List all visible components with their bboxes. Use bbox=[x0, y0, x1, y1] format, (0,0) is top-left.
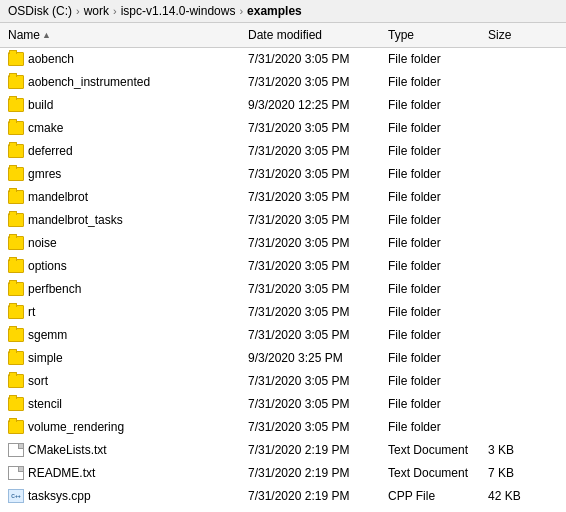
table-row[interactable]: simple 9/3/2020 3:25 PM File folder bbox=[0, 347, 566, 370]
file-type: File folder bbox=[380, 371, 480, 391]
folder-icon bbox=[8, 351, 24, 365]
folder-icon bbox=[8, 213, 24, 227]
file-date: 7/31/2020 3:05 PM bbox=[240, 164, 380, 184]
file-size bbox=[480, 72, 540, 92]
file-date: 7/31/2020 3:05 PM bbox=[240, 72, 380, 92]
folder-icon bbox=[8, 98, 24, 112]
folder-icon bbox=[8, 121, 24, 135]
file-date: 7/31/2020 3:05 PM bbox=[240, 256, 380, 276]
file-type: File folder bbox=[380, 417, 480, 437]
file-type: CPP File bbox=[380, 486, 480, 504]
file-date: 7/31/2020 3:05 PM bbox=[240, 371, 380, 391]
file-name: stencil bbox=[28, 397, 62, 411]
file-type: File folder bbox=[380, 394, 480, 414]
file-type: File folder bbox=[380, 348, 480, 368]
file-size: 3 KB bbox=[480, 440, 540, 460]
file-type: File folder bbox=[380, 49, 480, 69]
file-name: mandelbrot bbox=[28, 190, 88, 204]
file-type: File folder bbox=[380, 164, 480, 184]
file-name: aobench bbox=[28, 52, 74, 66]
col-header-date[interactable]: Date modified bbox=[240, 26, 380, 44]
txt-icon bbox=[8, 466, 24, 480]
table-row[interactable]: gmres 7/31/2020 3:05 PM File folder bbox=[0, 163, 566, 186]
file-date: 7/31/2020 3:05 PM bbox=[240, 141, 380, 161]
file-type: File folder bbox=[380, 187, 480, 207]
file-date: 7/31/2020 3:05 PM bbox=[240, 187, 380, 207]
file-size bbox=[480, 118, 540, 138]
file-size bbox=[480, 233, 540, 253]
file-name: sort bbox=[28, 374, 48, 388]
folder-icon bbox=[8, 397, 24, 411]
file-type: File folder bbox=[380, 72, 480, 92]
file-type: File folder bbox=[380, 256, 480, 276]
table-row[interactable]: sgemm 7/31/2020 3:05 PM File folder bbox=[0, 324, 566, 347]
file-size bbox=[480, 394, 540, 414]
file-name: rt bbox=[28, 305, 35, 319]
table-row[interactable]: sort 7/31/2020 3:05 PM File folder bbox=[0, 370, 566, 393]
table-row[interactable]: mandelbrot_tasks 7/31/2020 3:05 PM File … bbox=[0, 209, 566, 232]
table-row[interactable]: perfbench 7/31/2020 3:05 PM File folder bbox=[0, 278, 566, 301]
file-type: File folder bbox=[380, 118, 480, 138]
file-name: deferred bbox=[28, 144, 73, 158]
file-name: tasksys.cpp bbox=[28, 489, 91, 503]
breadcrumb-ispc[interactable]: ispc-v1.14.0-windows bbox=[121, 4, 236, 18]
col-header-type[interactable]: Type bbox=[380, 26, 480, 44]
file-size bbox=[480, 164, 540, 184]
file-name: gmres bbox=[28, 167, 61, 181]
file-type: File folder bbox=[380, 210, 480, 230]
col-header-size[interactable]: Size bbox=[480, 26, 540, 44]
breadcrumb-osdisk[interactable]: OSDisk (C:) bbox=[8, 4, 72, 18]
file-type: File folder bbox=[380, 95, 480, 115]
table-row[interactable]: noise 7/31/2020 3:05 PM File folder bbox=[0, 232, 566, 255]
table-row[interactable]: options 7/31/2020 3:05 PM File folder bbox=[0, 255, 566, 278]
file-size bbox=[480, 256, 540, 276]
file-date: 9/3/2020 12:25 PM bbox=[240, 95, 380, 115]
file-date: 7/31/2020 3:05 PM bbox=[240, 325, 380, 345]
file-name: aobench_instrumented bbox=[28, 75, 150, 89]
folder-icon bbox=[8, 420, 24, 434]
table-row[interactable]: stencil 7/31/2020 3:05 PM File folder bbox=[0, 393, 566, 416]
file-name: simple bbox=[28, 351, 63, 365]
table-row[interactable]: aobench 7/31/2020 3:05 PM File folder bbox=[0, 48, 566, 71]
folder-icon bbox=[8, 75, 24, 89]
file-name: CMakeLists.txt bbox=[28, 443, 107, 457]
txt-icon bbox=[8, 443, 24, 457]
file-date: 7/31/2020 3:05 PM bbox=[240, 49, 380, 69]
file-size bbox=[480, 348, 540, 368]
cpp-icon: C++ bbox=[8, 489, 24, 503]
file-size: 7 KB bbox=[480, 463, 540, 483]
file-date: 7/31/2020 3:05 PM bbox=[240, 417, 380, 437]
table-row[interactable]: aobench_instrumented 7/31/2020 3:05 PM F… bbox=[0, 71, 566, 94]
file-type: File folder bbox=[380, 233, 480, 253]
file-size bbox=[480, 302, 540, 322]
file-size bbox=[480, 325, 540, 345]
file-type: File folder bbox=[380, 302, 480, 322]
table-row[interactable]: mandelbrot 7/31/2020 3:05 PM File folder bbox=[0, 186, 566, 209]
file-name: sgemm bbox=[28, 328, 67, 342]
folder-icon bbox=[8, 144, 24, 158]
file-size bbox=[480, 417, 540, 437]
table-row[interactable]: cmake 7/31/2020 3:05 PM File folder bbox=[0, 117, 566, 140]
col-header-name[interactable]: Name ▲ bbox=[0, 26, 240, 44]
file-date: 7/31/2020 3:05 PM bbox=[240, 302, 380, 322]
sort-arrow-name: ▲ bbox=[42, 30, 51, 40]
breadcrumb-work[interactable]: work bbox=[84, 4, 109, 18]
file-name: perfbench bbox=[28, 282, 81, 296]
folder-icon bbox=[8, 328, 24, 342]
file-name: README.txt bbox=[28, 466, 95, 480]
file-date: 7/31/2020 2:19 PM bbox=[240, 463, 380, 483]
table-row[interactable]: rt 7/31/2020 3:05 PM File folder bbox=[0, 301, 566, 324]
table-row[interactable]: deferred 7/31/2020 3:05 PM File folder bbox=[0, 140, 566, 163]
file-date: 9/3/2020 3:25 PM bbox=[240, 348, 380, 368]
table-row[interactable]: C++ tasksys.cpp 7/31/2020 2:19 PM CPP Fi… bbox=[0, 485, 566, 504]
table-row[interactable]: README.txt 7/31/2020 2:19 PM Text Docume… bbox=[0, 462, 566, 485]
table-row[interactable]: volume_rendering 7/31/2020 3:05 PM File … bbox=[0, 416, 566, 439]
table-row[interactable]: build 9/3/2020 12:25 PM File folder bbox=[0, 94, 566, 117]
table-row[interactable]: CMakeLists.txt 7/31/2020 2:19 PM Text Do… bbox=[0, 439, 566, 462]
file-size bbox=[480, 210, 540, 230]
file-type: File folder bbox=[380, 141, 480, 161]
folder-icon bbox=[8, 282, 24, 296]
column-headers: Name ▲ Date modified Type Size bbox=[0, 23, 566, 48]
breadcrumb-examples[interactable]: examples bbox=[247, 4, 302, 18]
file-name: options bbox=[28, 259, 67, 273]
